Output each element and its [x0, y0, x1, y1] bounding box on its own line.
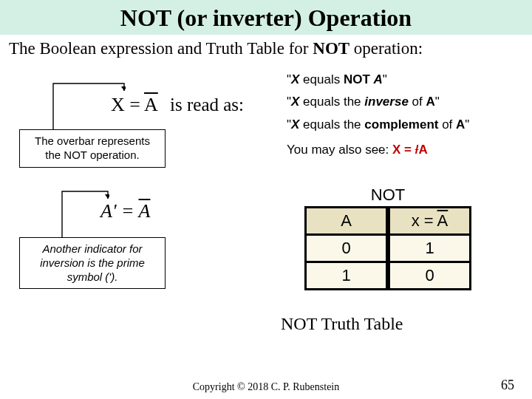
prime-note-box: Another indicator for inversion is the p… [19, 237, 166, 289]
expr2-eq: = [116, 200, 138, 222]
table-row: A x = A [306, 208, 471, 235]
q2: " [465, 117, 469, 132]
q2: " [435, 95, 440, 109]
readings-list: "X equals NOT A" "X equals the inverse o… [287, 70, 469, 163]
t: equals [299, 72, 344, 86]
table-row: 1 0 [306, 262, 471, 290]
footer: Copyright © 2018 C. P. Rubenstein 65 [0, 381, 532, 393]
page-title: NOT (or inverter) Operation [0, 0, 532, 35]
subtitle-post: operation: [349, 39, 423, 58]
reading-3: "X equals the complement of A" [287, 115, 469, 134]
expr1-a-bar: A [144, 94, 158, 115]
of: of [438, 117, 456, 132]
subtitle-bold: NOT [313, 39, 349, 58]
a: A [426, 95, 434, 109]
subtitle-pre: The Boolean expression and Truth Table f… [9, 39, 313, 58]
table-row: 0 1 [306, 235, 471, 262]
not: NOT [344, 72, 374, 86]
inv: inverse [364, 95, 409, 109]
a: A [456, 117, 465, 132]
abar: A [437, 211, 449, 230]
main-content: X = A is read as: "X equals NOT A" "X eq… [0, 58, 532, 347]
t: equals the [299, 117, 364, 132]
of: of [409, 95, 426, 109]
read-as-label: is read as: [166, 95, 244, 115]
truth-table-grid: A x = A 0 1 1 0 [304, 206, 471, 290]
subtitle: The Boolean expression and Truth Table f… [0, 35, 532, 58]
expr1-x: X [111, 94, 125, 115]
reading-1: "X equals NOT A" [287, 70, 469, 89]
may-also-see: You may also see: X = /A [287, 140, 469, 160]
header-a: A [306, 208, 387, 235]
overbar-note-box: The overbar represents the NOT operation… [19, 129, 166, 168]
page-number: 65 [501, 378, 514, 393]
pre: You may also see: [287, 143, 392, 157]
a: A [418, 143, 427, 157]
copyright: Copyright © 2018 C. P. Rubenstein [193, 381, 339, 393]
t: equals the [299, 95, 364, 109]
table-caption: NOT Truth Table [281, 314, 403, 334]
x: X [392, 143, 400, 157]
pre: x = [412, 211, 437, 230]
x: X [291, 72, 299, 86]
expr1-eq: = [125, 94, 144, 115]
expr2-aprime: A' [100, 200, 116, 222]
cell: 0 [389, 262, 471, 290]
q2: " [383, 72, 387, 86]
eq: = [400, 143, 415, 157]
cell: 1 [389, 235, 471, 262]
a: A [374, 72, 383, 86]
truth-table: NOT A x = A 0 1 1 0 [304, 185, 471, 290]
header-x: x = A [389, 208, 471, 235]
alt-notation: X = /A [392, 143, 428, 157]
expression-1: X = A is read as: [111, 94, 244, 116]
expression-2: A' = A [100, 200, 150, 222]
comp: complement [364, 117, 438, 132]
x: X [291, 117, 299, 132]
cell: 0 [306, 235, 387, 262]
cell: 1 [306, 262, 387, 290]
expr2-abar: A [139, 200, 151, 222]
x: X [291, 95, 299, 109]
table-title: NOT [304, 185, 471, 205]
reading-2: "X equals the inverse of A" [287, 92, 469, 112]
